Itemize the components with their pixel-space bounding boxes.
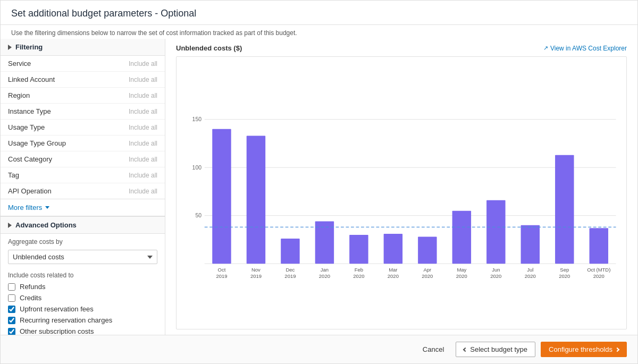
svg-text:Sep: Sep <box>560 267 569 273</box>
svg-rect-28 <box>452 211 471 264</box>
svg-rect-16 <box>315 222 334 264</box>
svg-text:2019: 2019 <box>216 273 227 279</box>
more-filters-button[interactable]: More filters <box>1 199 165 216</box>
svg-text:2020: 2020 <box>456 273 467 279</box>
svg-text:100: 100 <box>192 165 202 171</box>
filter-value: Include all <box>129 188 157 195</box>
svg-text:2020: 2020 <box>319 273 330 279</box>
checkbox-label: Credits <box>20 294 41 302</box>
view-cost-explorer-link[interactable]: ↗ View in AWS Cost Explorer <box>543 45 627 52</box>
chevron-right-icon <box>615 347 619 351</box>
svg-text:Dec: Dec <box>286 267 295 273</box>
filter-row[interactable]: Linked Account Include all <box>1 72 165 88</box>
footer: Cancel Select budget type Configure thre… <box>1 335 637 363</box>
checkbox-item[interactable]: Other subscription costs <box>1 326 165 335</box>
svg-text:2020: 2020 <box>490 273 501 279</box>
chevron-left-icon <box>463 347 467 351</box>
aggregate-select-wrapper: Unblended costsBlended costsAmortized co… <box>1 248 165 268</box>
svg-text:Apr: Apr <box>423 267 431 273</box>
filter-label: Region <box>8 91 30 99</box>
checkbox-input[interactable] <box>8 294 15 302</box>
checkbox-label: Refunds <box>20 283 45 291</box>
filter-row[interactable]: Usage Type Group Include all <box>1 136 165 151</box>
svg-rect-19 <box>349 235 368 264</box>
svg-text:Nov: Nov <box>251 267 261 273</box>
page-title: Set additional budget parameters - Optio… <box>11 8 627 19</box>
filter-rows: Service Include all Linked Account Inclu… <box>1 56 165 199</box>
select-budget-button[interactable]: Select budget type <box>456 342 535 357</box>
checkbox-input[interactable] <box>8 328 15 335</box>
checkbox-item[interactable]: Credits <box>1 292 165 303</box>
right-panel: Unblended costs ($) ↗ View in AWS Cost E… <box>165 39 637 335</box>
filter-value: Include all <box>129 156 157 163</box>
checkboxes-container: RefundsCreditsUpfront reservation feesRe… <box>1 281 165 335</box>
svg-rect-25 <box>418 236 436 264</box>
cancel-button[interactable]: Cancel <box>416 342 450 357</box>
filter-row[interactable]: Region Include all <box>1 88 165 104</box>
filter-value: Include all <box>129 76 157 83</box>
svg-text:2020: 2020 <box>593 273 605 279</box>
filter-value: Include all <box>129 108 157 115</box>
checkbox-input[interactable] <box>8 283 15 291</box>
checkbox-input[interactable] <box>8 306 15 313</box>
chart-header: Unblended costs ($) ↗ View in AWS Cost E… <box>176 44 627 52</box>
chart-title: Unblended costs ($) <box>176 44 242 52</box>
page-wrapper: Set additional budget parameters - Optio… <box>0 0 638 364</box>
svg-rect-40 <box>590 228 608 264</box>
filter-row[interactable]: API Operation Include all <box>1 183 165 199</box>
bar-chart: 50100150Oct2019Nov2019Dec2019Jan2020Feb2… <box>182 62 621 329</box>
filter-row[interactable]: Usage Type Include all <box>1 120 165 136</box>
view-link-label: View in AWS Cost Explorer <box>550 45 627 52</box>
main-content: Filtering Service Include all Linked Acc… <box>1 39 637 335</box>
advanced-options: Advanced Options Aggregate costs by Unbl… <box>1 216 165 335</box>
subtitle: Use the filtering dimensions below to na… <box>1 25 637 39</box>
checkbox-item[interactable]: Upfront reservation fees <box>1 303 165 315</box>
checkbox-item[interactable]: Refunds <box>1 281 165 292</box>
include-label: Include costs related to <box>1 268 165 281</box>
svg-text:50: 50 <box>195 213 202 218</box>
svg-text:2020: 2020 <box>353 273 364 279</box>
svg-text:2020: 2020 <box>388 273 399 279</box>
svg-text:2019: 2019 <box>250 273 262 279</box>
configure-thresholds-button[interactable]: Configure thresholds <box>541 342 627 357</box>
advanced-options-label: Advanced Options <box>15 221 77 229</box>
advanced-triangle-icon <box>8 223 12 228</box>
svg-text:May: May <box>457 267 466 273</box>
svg-rect-31 <box>486 200 505 264</box>
filter-row[interactable]: Cost Category Include all <box>1 151 165 167</box>
checkbox-item[interactable]: Recurring reservation charges <box>1 315 165 326</box>
left-panel: Filtering Service Include all Linked Acc… <box>1 39 165 335</box>
svg-text:Oct: Oct <box>218 267 226 273</box>
filter-label: Tag <box>8 171 19 179</box>
svg-text:2019: 2019 <box>284 273 296 279</box>
filter-value: Include all <box>129 60 157 67</box>
svg-text:Mar: Mar <box>389 267 397 273</box>
svg-text:Oct (MTD): Oct (MTD) <box>587 267 610 273</box>
checkbox-label: Other subscription costs <box>20 327 94 335</box>
filter-value: Include all <box>129 92 157 99</box>
aggregate-select[interactable]: Unblended costsBlended costsAmortized co… <box>8 250 157 264</box>
svg-rect-34 <box>521 225 540 264</box>
configure-label: Configure thresholds <box>549 345 612 353</box>
checkbox-label: Upfront reservation fees <box>20 305 94 313</box>
svg-text:Feb: Feb <box>355 267 363 273</box>
advanced-options-header: Advanced Options <box>1 216 165 234</box>
filtering-header: Filtering <box>1 39 165 56</box>
filter-row[interactable]: Service Include all <box>1 56 165 72</box>
svg-text:2020: 2020 <box>525 273 536 279</box>
filter-row[interactable]: Instance Type Include all <box>1 104 165 120</box>
svg-rect-22 <box>384 234 402 264</box>
svg-rect-37 <box>555 155 574 264</box>
checkbox-input[interactable] <box>8 317 15 324</box>
checkbox-label: Recurring reservation charges <box>20 316 112 324</box>
filter-value: Include all <box>129 172 157 179</box>
filter-label: Usage Type <box>8 123 45 131</box>
filter-label: Instance Type <box>8 107 51 115</box>
svg-text:Jun: Jun <box>492 267 500 273</box>
filter-label: Cost Category <box>8 155 52 163</box>
svg-text:Jul: Jul <box>527 267 533 273</box>
filter-label: Service <box>8 60 31 67</box>
svg-text:2020: 2020 <box>559 273 570 279</box>
filter-label: API Operation <box>8 187 52 195</box>
filter-row[interactable]: Tag Include all <box>1 167 165 183</box>
